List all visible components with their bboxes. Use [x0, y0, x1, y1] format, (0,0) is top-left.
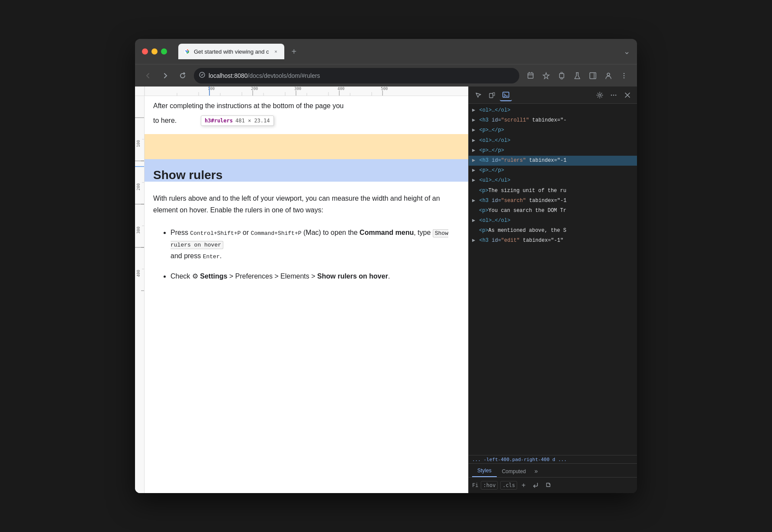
dom-line: <p>The sizing unit of the ru — [469, 186, 637, 196]
extensions-icon[interactable] — [556, 70, 568, 82]
devtools-device-icon[interactable] — [486, 89, 498, 101]
title-bar: Get started with viewing and c × + ⌄ — [135, 39, 637, 64]
svg-rect-6 — [561, 72, 563, 74]
show-rulers-heading: Show rulers — [153, 168, 460, 182]
browser-window: Get started with viewing and c × + ⌄ loc… — [135, 39, 637, 493]
dom-line: ▶ <p>…</p> — [469, 166, 637, 176]
address-host: localhost:8080 — [209, 72, 248, 79]
devtools-settings-icon[interactable] — [594, 89, 606, 101]
dom-line: ▶ <h3 id="search" tabindex="-1 — [469, 196, 637, 206]
dom-line: <p>You can search the DOM Tr — [469, 206, 637, 216]
svg-text:300: 300 — [294, 87, 301, 91]
dom-line: ▶ <h3 id="edit" tabindex="-1" — [469, 236, 637, 246]
bullet1-suffix: , type — [414, 229, 433, 236]
settings-icon: ⚙ — [192, 272, 198, 280]
page-body: h3#rulers 481 × 23.14 After completing t… — [145, 96, 468, 493]
tab-close-button[interactable]: × — [272, 48, 279, 55]
star-icon[interactable] — [540, 70, 552, 82]
intro-paragraph: After completing the instructions at the… — [153, 100, 460, 112]
address-bar: localhost:8080/docs/devtools/dom/#rulers — [135, 64, 637, 87]
close-button[interactable] — [142, 48, 148, 54]
styles-toolbar: Fi :hov .cls + — [469, 478, 637, 493]
address-path: /docs/devtools/dom/#rulers — [248, 72, 320, 79]
svg-rect-8 — [590, 73, 596, 79]
svg-rect-55 — [503, 92, 509, 97]
svg-text:300: 300 — [136, 227, 141, 234]
ruler-left-svg: 100 200 300 400 — [135, 96, 145, 442]
svg-rect-5 — [560, 74, 564, 78]
profile-icon[interactable] — [602, 70, 614, 82]
maximize-button[interactable] — [161, 48, 167, 54]
svg-point-13 — [624, 77, 625, 78]
svg-text:100: 100 — [208, 87, 215, 91]
svg-point-10 — [607, 73, 610, 76]
share-icon[interactable] — [524, 70, 537, 82]
dom-line: ▶ <ol>…</ol> — [469, 106, 637, 115]
dom-line: ▶ <ol>…</ol> — [469, 216, 637, 226]
devtools-panel: ▶ <ol>…</ol> ▶ <h3 id="scroll1" tabindex… — [468, 87, 637, 493]
devtools-toolbar — [469, 87, 637, 104]
styles-hov-btn[interactable]: :hov — [481, 481, 498, 490]
svg-point-11 — [624, 73, 625, 74]
svg-point-60 — [615, 94, 617, 96]
bullet-list: Press Control+Shift+P or Command+Shift+P… — [170, 227, 460, 282]
tab-computed[interactable]: Computed — [497, 466, 531, 477]
tab-bar: Get started with viewing and c × + ⌄ — [178, 44, 630, 59]
bullet1-keys2: Command+Shift+P — [251, 230, 302, 237]
ruler-top: 100 200 300 400 500 — [135, 87, 468, 96]
svg-point-59 — [613, 94, 614, 96]
intro-text-1: After completing the instructions at the… — [153, 102, 344, 109]
styles-enter-btn[interactable] — [530, 481, 540, 490]
devtools-inspect-icon[interactable] — [472, 89, 484, 101]
styles-cls-btn[interactable]: .cls — [500, 481, 517, 490]
bullet-item-1: Press Control+Shift+P or Command+Shift+P… — [170, 227, 460, 262]
tab-styles[interactable]: Styles — [472, 465, 497, 477]
devtools-status-bar: ... -left-400.pad-right-400 d ... — [469, 455, 637, 464]
svg-point-12 — [624, 75, 625, 76]
svg-point-57 — [599, 94, 601, 96]
styles-filter-label: Fi — [472, 482, 478, 488]
experiments-icon[interactable] — [571, 70, 583, 82]
bullet2-prefix: Check — [170, 272, 192, 280]
dom-line: <p>As mentioned above, the S — [469, 226, 637, 236]
devtools-console-icon[interactable] — [500, 89, 512, 101]
forward-button[interactable] — [159, 70, 171, 82]
reload-button[interactable] — [177, 70, 189, 82]
tab-overflow-button[interactable]: ⌄ — [624, 47, 630, 56]
dom-tree[interactable]: ▶ <ol>…</ol> ▶ <h3 id="scroll1" tabindex… — [469, 104, 637, 455]
devtools-close-icon[interactable] — [621, 89, 634, 101]
svg-text:100: 100 — [136, 140, 141, 147]
page-content: 100 200 300 400 500 — [135, 87, 468, 493]
dom-line: ▶ <p>…</p> — [469, 146, 637, 156]
styles-tabs: Styles Computed » — [469, 464, 637, 478]
tab-favicon-icon — [183, 48, 190, 55]
tooltip-size: 481 × 23.14 — [235, 118, 270, 124]
ruler-top-svg: 100 200 300 400 500 — [135, 87, 468, 96]
tab-more[interactable]: » — [531, 465, 541, 477]
bullet2-settings-label: Settings — [200, 272, 227, 280]
devtools-more-icon[interactable] — [608, 89, 620, 101]
svg-text:200: 200 — [136, 183, 141, 190]
minimize-button[interactable] — [151, 48, 158, 54]
main-description: With rulers above and to the left of you… — [153, 192, 460, 216]
element-tooltip: h3#rulers 481 × 23.14 — [201, 115, 274, 126]
dom-line: ▶ <ul>…</ul> — [469, 176, 637, 186]
active-tab[interactable]: Get started with viewing and c × — [178, 44, 284, 59]
address-input[interactable]: localhost:8080/docs/devtools/dom/#rulers — [194, 68, 519, 83]
bullet2-nav: > Preferences > Elements > — [227, 272, 317, 280]
svg-point-58 — [611, 94, 612, 96]
menu-icon[interactable] — [618, 70, 630, 82]
sidebar-toggle-icon[interactable] — [587, 70, 599, 82]
new-tab-button[interactable]: + — [288, 45, 300, 58]
dom-line-selected[interactable]: ▶ <h3 id="rulers" tabindex="-1 — [469, 156, 637, 166]
browser-toolbar-icons — [524, 70, 630, 82]
svg-rect-7 — [561, 78, 563, 79]
styles-back-btn[interactable] — [543, 481, 553, 490]
intro-text-2: to here. — [153, 117, 177, 124]
dom-line: ▶ <h3 id="scroll1" tabindex="- — [469, 115, 637, 125]
bullet1-keys1: Control+Shift+P — [190, 230, 241, 237]
styles-add-btn[interactable]: + — [520, 481, 527, 489]
security-icon — [199, 72, 205, 79]
back-button[interactable] — [142, 70, 154, 82]
tab-title: Get started with viewing and c — [194, 48, 269, 55]
